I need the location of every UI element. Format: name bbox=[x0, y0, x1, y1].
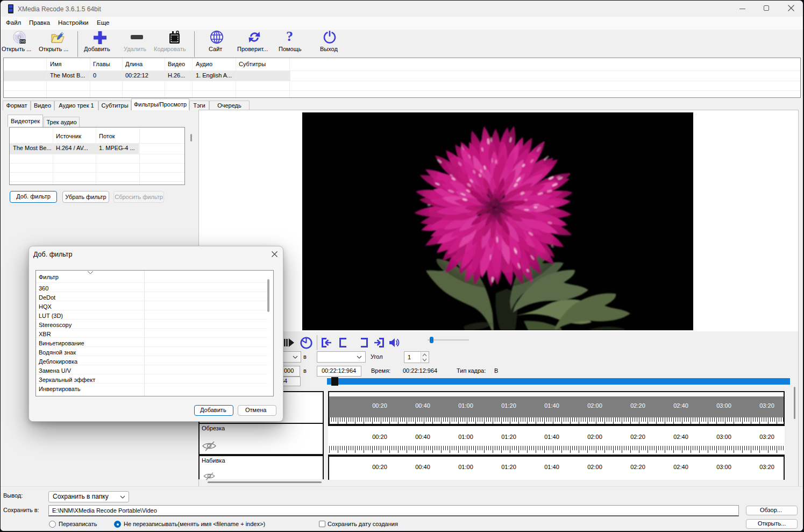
svg-text:DVD: DVD bbox=[19, 40, 26, 43]
